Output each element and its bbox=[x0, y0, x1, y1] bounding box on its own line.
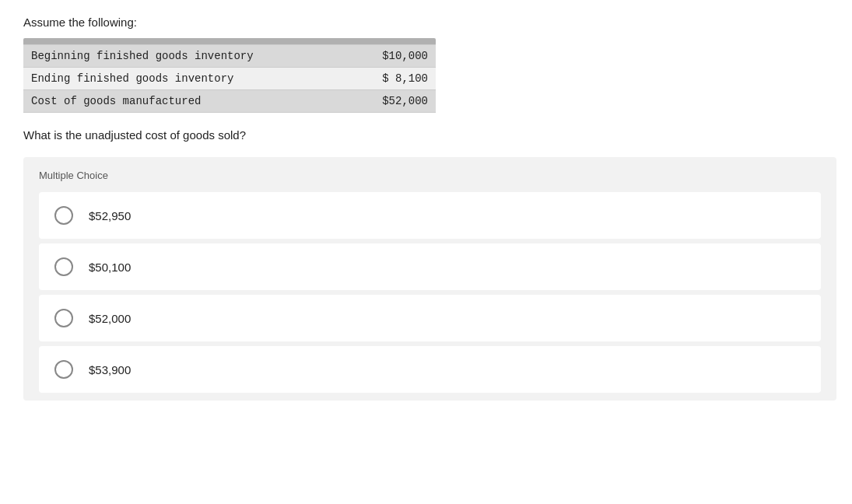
choice-label-3: $52,000 bbox=[89, 312, 131, 325]
table-cell-value: $ 8,100 bbox=[351, 68, 436, 90]
choice-item-4[interactable]: $53,900 bbox=[39, 346, 821, 393]
choices-container: $52,950$50,100$52,000$53,900 bbox=[39, 192, 821, 393]
choice-item-1[interactable]: $52,950 bbox=[39, 192, 821, 239]
table-row: Beginning finished goods inventory$10,00… bbox=[23, 45, 436, 68]
table-row: Cost of goods manufactured$52,000 bbox=[23, 90, 436, 113]
choice-label-1: $52,950 bbox=[89, 209, 131, 222]
radio-circle-3 bbox=[54, 309, 73, 327]
choice-item-3[interactable]: $52,000 bbox=[39, 295, 821, 341]
table-cell-label: Cost of goods manufactured bbox=[23, 90, 351, 113]
table-row: Ending finished goods inventory$ 8,100 bbox=[23, 68, 436, 90]
radio-circle-1 bbox=[54, 206, 73, 225]
choice-label-4: $53,900 bbox=[89, 363, 131, 376]
table-top-bar bbox=[23, 38, 436, 44]
table-cell-value: $52,000 bbox=[351, 90, 436, 113]
multiple-choice-section: Multiple Choice $52,950$50,100$52,000$53… bbox=[23, 157, 836, 401]
table-cell-label: Ending finished goods inventory bbox=[23, 68, 351, 90]
intro-text: Assume the following: bbox=[23, 16, 829, 29]
radio-circle-2 bbox=[54, 257, 73, 276]
radio-circle-4 bbox=[54, 360, 73, 379]
data-table: Beginning finished goods inventory$10,00… bbox=[23, 44, 436, 113]
question-text: What is the unadjusted cost of goods sol… bbox=[23, 128, 829, 142]
choice-item-2[interactable]: $50,100 bbox=[39, 243, 821, 290]
multiple-choice-label: Multiple Choice bbox=[39, 170, 821, 181]
table-cell-label: Beginning finished goods inventory bbox=[23, 45, 351, 68]
choice-label-2: $50,100 bbox=[89, 261, 131, 274]
table-cell-value: $10,000 bbox=[351, 45, 436, 68]
